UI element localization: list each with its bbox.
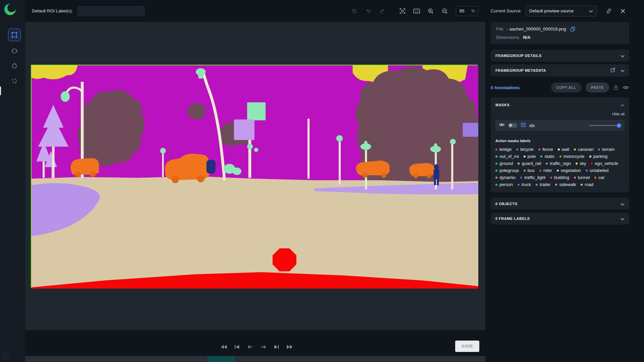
mask-label-item[interactable]: traffic_sign xyxy=(546,161,571,166)
paste-button[interactable]: PASTE xyxy=(586,82,609,93)
mask-label-item[interactable]: traffic_light xyxy=(520,175,545,180)
polygon-tool-button[interactable] xyxy=(8,60,21,72)
mask-label-text: static xyxy=(544,154,554,159)
history-icon[interactable] xyxy=(350,7,359,15)
zoom-in-icon[interactable] xyxy=(426,7,435,15)
undo-icon[interactable] xyxy=(364,7,373,15)
mask-label-item[interactable]: motorcycle xyxy=(559,154,585,159)
mask-label-text: rider xyxy=(543,168,552,173)
mask-label-item[interactable]: bridge xyxy=(495,147,512,152)
mask-label-item[interactable]: caravan xyxy=(574,147,593,152)
chevron-up-icon[interactable] xyxy=(621,102,625,108)
step-back-icon[interactable] xyxy=(246,344,255,350)
mask-label-text: unlabeled xyxy=(590,168,608,173)
mask-label-item[interactable]: sidewalk xyxy=(555,182,576,187)
mask-label-item[interactable]: pole xyxy=(524,154,536,159)
roi-input[interactable] xyxy=(77,6,145,16)
fit-to-screen-icon[interactable] xyxy=(398,7,407,15)
source-select[interactable]: Default preview source xyxy=(526,6,597,16)
mask-label-item[interactable]: sky xyxy=(576,161,586,166)
mask-visibility-icon[interactable] xyxy=(499,122,505,128)
mask-label-item[interactable]: rider xyxy=(539,168,552,173)
bbox-tool-button[interactable] xyxy=(8,28,21,41)
mask-color-dot xyxy=(539,170,541,172)
previous-frame-icon[interactable] xyxy=(233,344,241,350)
mask-label-text: traffic_sign xyxy=(550,161,571,166)
chevron-down-icon[interactable] xyxy=(621,53,625,59)
mask-label-item[interactable]: terrain xyxy=(598,147,614,152)
chevron-down-icon[interactable] xyxy=(621,201,625,207)
zoom-level-input[interactable] xyxy=(459,8,470,14)
actual-size-icon[interactable]: 1:1 xyxy=(412,7,421,15)
save-button[interactable]: SAVE xyxy=(455,341,479,352)
source-bar: Current Source: Default preview source xyxy=(491,0,629,22)
mask-label-item[interactable]: out_of_roi xyxy=(495,154,519,159)
masks-header[interactable]: MASKS xyxy=(495,102,625,108)
close-icon[interactable] xyxy=(620,8,626,14)
copy-filename-icon[interactable] xyxy=(570,26,575,32)
mask-opacity-slider[interactable] xyxy=(589,123,621,128)
segmentation-image[interactable] xyxy=(31,65,478,288)
visibility-icon[interactable] xyxy=(623,85,629,90)
keypoints-tool-button[interactable] xyxy=(8,75,21,87)
framegroup-details-header[interactable]: FRAMEGROUP DETAILS xyxy=(491,50,629,62)
step-forward-icon[interactable] xyxy=(259,344,268,350)
mask-label-item[interactable]: vegetation xyxy=(557,168,581,173)
mask-label-item[interactable]: ground xyxy=(495,161,513,166)
mask-label-item[interactable]: ego_vehicle xyxy=(591,161,618,166)
mask-label-item[interactable]: person xyxy=(495,182,513,187)
mask-label-item[interactable]: building xyxy=(550,175,569,180)
mask-label-text: out_of_roi xyxy=(499,154,519,159)
ids-mask-row: ids xyxy=(495,120,625,131)
mask-toggle[interactable] xyxy=(508,123,517,128)
mask-label-text: caravan xyxy=(578,147,593,152)
zoom-level-box[interactable]: % xyxy=(456,6,478,16)
mask-label-item[interactable]: road xyxy=(581,182,593,187)
mask-label-item[interactable]: car xyxy=(594,175,604,180)
chevron-down-icon[interactable] xyxy=(621,216,625,222)
mask-label-item[interactable]: guard_rail xyxy=(518,161,541,166)
dimensions-value: N/A xyxy=(523,35,530,40)
redo-icon[interactable] xyxy=(378,7,387,15)
hide-all-link[interactable]: Hide all xyxy=(495,112,625,116)
copy-all-button[interactable]: COPY ALL xyxy=(551,82,582,93)
mask-label-text: person xyxy=(499,182,513,187)
mask-label-item[interactable]: truck xyxy=(518,182,531,187)
mask-color-dot xyxy=(555,184,557,186)
mask-color-dot xyxy=(495,156,497,158)
mask-table-icon[interactable] xyxy=(521,122,526,129)
mask-label-item[interactable]: wall xyxy=(558,147,569,152)
lock-icon[interactable] xyxy=(613,84,619,90)
mask-color-dot xyxy=(540,156,542,158)
skip-backward-icon[interactable] xyxy=(220,344,228,350)
mask-label-item[interactable]: tunnel xyxy=(574,175,590,180)
objects-header[interactable]: 0 OBJECTS xyxy=(491,198,629,210)
framegroup-metadata-header[interactable]: FRAMEGROUP METADATA xyxy=(491,64,629,76)
mask-label-item[interactable]: fence xyxy=(538,147,553,152)
mask-label-item[interactable]: dynamic xyxy=(495,175,516,180)
zoom-unit-label: % xyxy=(471,9,475,13)
mask-label-item[interactable]: bicycle xyxy=(516,147,534,152)
mask-label-item[interactable]: static xyxy=(540,154,554,159)
mask-color-dot xyxy=(589,156,591,158)
keypoints-tool-icon xyxy=(11,78,18,84)
mask-label-item[interactable]: parking xyxy=(589,154,608,159)
mask-label-text: truck xyxy=(522,182,531,187)
mask-label-text: ground xyxy=(499,161,513,166)
mask-label-item[interactable]: trailer xyxy=(536,182,551,187)
mask-color-dot xyxy=(495,177,497,179)
mask-color-dot xyxy=(520,177,522,179)
mask-label-item[interactable]: unlabeled xyxy=(586,168,608,173)
chevron-down-icon[interactable] xyxy=(621,67,625,73)
link-icon[interactable] xyxy=(605,8,612,14)
skip-forward-icon[interactable] xyxy=(285,344,294,350)
mask-label-item[interactable]: bus xyxy=(524,168,535,173)
ellipse-tool-button[interactable] xyxy=(8,45,21,57)
edit-metadata-icon[interactable] xyxy=(610,67,616,74)
mask-label-item[interactable]: polegroup xyxy=(495,168,519,173)
mask-color-dot xyxy=(495,148,497,150)
zoom-out-icon[interactable] xyxy=(440,7,449,15)
next-frame-icon[interactable] xyxy=(272,344,281,350)
bottom-left-corner xyxy=(1,351,9,360)
frame-labels-header[interactable]: 0 FRAME LABELS xyxy=(491,213,629,225)
